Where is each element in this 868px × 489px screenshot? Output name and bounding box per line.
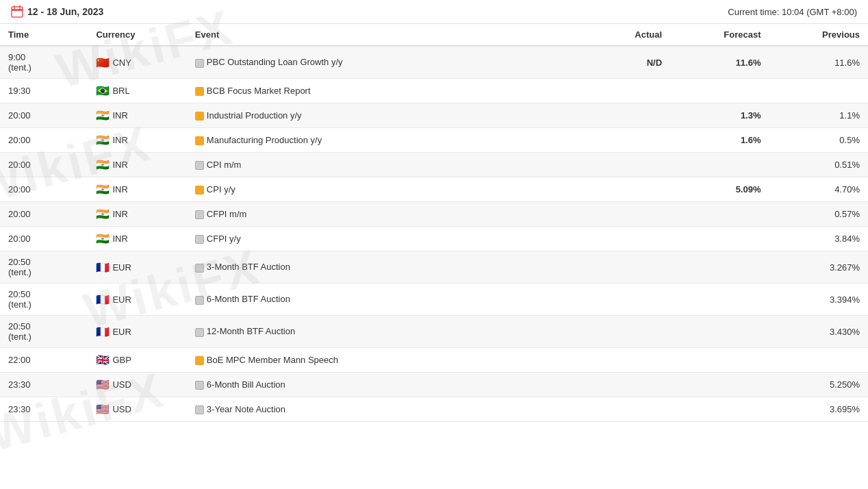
date-range: 12 - 18 Jun, 2023 [11, 5, 103, 18]
impact-indicator [195, 161, 204, 170]
cell-forecast: 1.3% [670, 103, 769, 128]
currency-code: EUR [112, 262, 131, 273]
cell-currency: 🇫🇷 EUR [88, 284, 186, 316]
impact-indicator [195, 112, 204, 121]
currency-flag: 🇫🇷 EUR [96, 261, 131, 274]
currency-flag: 🇨🇳 CNY [96, 56, 131, 69]
table-row: 20:00 🇮🇳 INR CPI y/y5.09%4.70% [0, 177, 868, 202]
cell-actual [572, 284, 670, 316]
table-row: 22:00 🇬🇧 GBP BoE MPC Member Mann Speech [0, 348, 868, 373]
impact-indicator [195, 381, 204, 390]
cell-actual [572, 103, 670, 128]
currency-code: USD [112, 379, 131, 390]
cell-previous: 4.70% [769, 177, 868, 202]
cell-event: CPI y/y [187, 177, 572, 202]
currency-code: INR [112, 184, 127, 195]
cell-event: Manufacturing Production y/y [187, 128, 572, 153]
event-name: 3-Year Note Auction [207, 404, 285, 414]
currency-code: INR [112, 209, 127, 219]
table-row: 23:30 🇺🇸 USD 6-Month Bill Auction5.250% [0, 373, 868, 397]
impact-indicator [195, 87, 204, 96]
cell-actual: N/D [572, 46, 670, 79]
impact-indicator [195, 59, 204, 68]
cell-time: 20:50 (tent.) [0, 316, 88, 348]
cell-forecast [670, 284, 769, 316]
cell-time: 19:30 [0, 79, 88, 103]
event-name: Industrial Production y/y [207, 110, 302, 121]
impact-indicator [195, 235, 204, 244]
cell-actual [572, 373, 670, 397]
cell-event: 6-Month Bill Auction [187, 373, 572, 397]
cell-previous: 0.5% [769, 128, 868, 153]
cell-previous: 3.84% [769, 227, 868, 251]
cell-time: 23:30 [0, 373, 88, 397]
currency-flag: 🇬🇧 GBP [96, 353, 131, 366]
currency-code: INR [112, 135, 127, 145]
cell-currency: 🇮🇳 INR [88, 103, 186, 128]
impact-indicator [195, 296, 204, 305]
country-flag: 🇮🇳 [96, 158, 110, 171]
cell-currency: 🇫🇷 EUR [88, 251, 186, 284]
cell-event: Industrial Production y/y [187, 103, 572, 128]
impact-indicator [195, 405, 204, 414]
cell-previous [769, 79, 868, 103]
event-name: CPI y/y [207, 184, 235, 195]
table-row: 20:00 🇮🇳 INR CPI m/m0.51% [0, 153, 868, 177]
currency-code: INR [112, 110, 127, 121]
cell-previous [769, 348, 868, 373]
country-flag: 🇫🇷 [96, 293, 110, 306]
cell-time: 20:00 [0, 128, 88, 153]
impact-indicator [195, 264, 204, 273]
svg-rect-0 [12, 7, 23, 17]
cell-previous: 3.394% [769, 284, 868, 316]
country-flag: 🇮🇳 [96, 109, 110, 122]
country-flag: 🇫🇷 [96, 325, 110, 338]
cell-currency: 🇧🇷 BRL [88, 79, 186, 103]
event-name: 12-Month BTF Auction [207, 326, 295, 336]
table-row: 20:00 🇮🇳 INR CFPI m/m0.57% [0, 202, 868, 227]
cell-previous: 1.1% [769, 103, 868, 128]
cell-previous: 3.267% [769, 251, 868, 284]
cell-actual [572, 153, 670, 177]
cell-event: 6-Month BTF Auction [187, 284, 572, 316]
cell-currency: 🇫🇷 EUR [88, 316, 186, 348]
country-flag: 🇨🇳 [96, 56, 110, 69]
cell-forecast [670, 348, 769, 373]
event-name: BoE MPC Member Mann Speech [207, 355, 338, 365]
col-event: Event [187, 24, 572, 46]
cell-forecast [670, 227, 769, 251]
currency-flag: 🇫🇷 EUR [96, 293, 131, 306]
col-currency: Currency [88, 24, 186, 46]
cell-currency: 🇺🇸 USD [88, 397, 186, 422]
event-name: CFPI m/m [207, 209, 247, 219]
cell-time: 22:00 [0, 348, 88, 373]
cell-forecast [670, 79, 769, 103]
event-name: 3-Month BTF Auction [207, 262, 290, 272]
event-name: CPI m/m [207, 160, 242, 170]
currency-code: BRL [112, 86, 129, 96]
col-previous: Previous [769, 24, 868, 46]
cell-event: BoE MPC Member Mann Speech [187, 348, 572, 373]
table-row: 9:00 (tent.) 🇨🇳 CNY PBC Outstanding Loan… [0, 46, 868, 79]
event-name: BCB Focus Market Report [207, 86, 311, 96]
currency-flag: 🇮🇳 INR [96, 183, 127, 196]
cell-time: 23:30 [0, 397, 88, 422]
currency-code: GBP [112, 355, 131, 365]
cell-actual [572, 227, 670, 251]
table-row: 20:50 (tent.) 🇫🇷 EUR 3-Month BTF Auction… [0, 251, 868, 284]
currency-code: EUR [112, 327, 131, 337]
cell-forecast: 11.6% [670, 46, 769, 79]
col-forecast: Forecast [670, 24, 769, 46]
cell-event: CPI m/m [187, 153, 572, 177]
country-flag: 🇮🇳 [96, 208, 110, 221]
currency-code: USD [112, 404, 131, 414]
cell-event: 12-Month BTF Auction [187, 316, 572, 348]
cell-time: 9:00 (tent.) [0, 46, 88, 79]
country-flag: 🇮🇳 [96, 183, 110, 196]
currency-flag: 🇮🇳 INR [96, 208, 127, 221]
country-flag: 🇺🇸 [96, 378, 110, 391]
currency-flag: 🇧🇷 BRL [96, 84, 129, 97]
event-name: PBC Outstanding Loan Growth y/y [207, 57, 343, 67]
cell-currency: 🇮🇳 INR [88, 153, 186, 177]
cell-currency: 🇮🇳 INR [88, 227, 186, 251]
